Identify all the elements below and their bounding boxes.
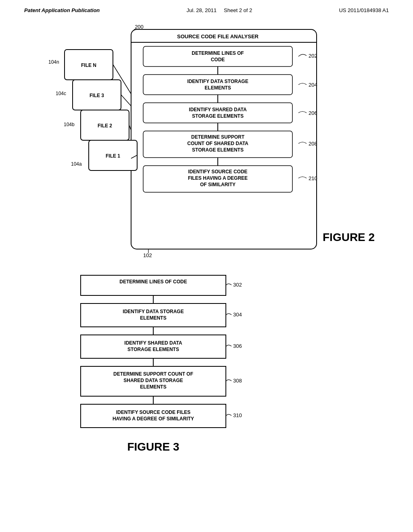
svg-text:310: 310 bbox=[233, 412, 242, 418]
svg-text:OF SIMILARITY: OF SIMILARITY bbox=[200, 182, 236, 187]
svg-text:COUNT OF SHARED DATA: COUNT OF SHARED DATA bbox=[187, 141, 248, 146]
svg-text:CODE: CODE bbox=[211, 57, 225, 62]
svg-text:204: 204 bbox=[309, 82, 317, 88]
svg-text:ELEMENTS: ELEMENTS bbox=[140, 315, 166, 321]
svg-text:ELEMENTS: ELEMENTS bbox=[204, 85, 231, 91]
figure3-area: DETERMINE LINES OF CODE 302 IDENTIFY DAT… bbox=[24, 271, 389, 497]
svg-text:FILE 3: FILE 3 bbox=[90, 93, 104, 98]
svg-text:HAVING A DEGREE OF SIMILARITY: HAVING A DEGREE OF SIMILARITY bbox=[113, 416, 194, 422]
header-date-sheet: Jul. 28, 2011 Sheet 2 of 2 bbox=[187, 7, 252, 13]
svg-text:306: 306 bbox=[233, 343, 242, 349]
header-date: Jul. 28, 2011 bbox=[187, 7, 217, 13]
svg-text:104b: 104b bbox=[64, 122, 75, 127]
svg-line-46 bbox=[121, 95, 131, 106]
svg-text:104a: 104a bbox=[71, 161, 82, 167]
svg-text:308: 308 bbox=[233, 378, 242, 384]
svg-text:DETERMINE SUPPORT COUNT OF: DETERMINE SUPPORT COUNT OF bbox=[113, 371, 193, 377]
svg-text:104n: 104n bbox=[48, 59, 59, 65]
svg-text:FIGURE 2: FIGURE 2 bbox=[323, 231, 375, 243]
svg-text:206: 206 bbox=[309, 110, 317, 116]
header-publication-label: Patent Application Publication bbox=[24, 7, 100, 13]
header-sheet: Sheet 2 of 2 bbox=[224, 7, 252, 13]
svg-text:SHARED DATA STORAGE: SHARED DATA STORAGE bbox=[123, 378, 183, 383]
svg-rect-6 bbox=[143, 103, 292, 123]
svg-text:DETERMINE SUPPORT: DETERMINE SUPPORT bbox=[191, 134, 245, 140]
svg-text:IDENTIFY SHARED  DATA: IDENTIFY SHARED DATA bbox=[189, 107, 247, 112]
svg-text:304: 304 bbox=[233, 312, 242, 318]
svg-text:104c: 104c bbox=[56, 91, 66, 96]
header-patent-number: US 2011/0184938 A1 bbox=[339, 7, 389, 13]
svg-text:302: 302 bbox=[233, 282, 242, 288]
svg-text:ELEMENTS: ELEMENTS bbox=[140, 384, 166, 390]
page: Patent Application Publication Jul. 28, … bbox=[0, 0, 413, 532]
svg-text:102: 102 bbox=[143, 252, 152, 258]
svg-rect-4 bbox=[143, 75, 292, 95]
svg-text:STORAGE ELEMENTS: STORAGE ELEMENTS bbox=[127, 347, 179, 352]
svg-text:DETERMINE LINES OF CODE: DETERMINE LINES OF CODE bbox=[119, 279, 187, 285]
svg-text:IDENTIFY DATA STORAGE: IDENTIFY DATA STORAGE bbox=[187, 79, 248, 84]
figure2-area: 202 204 206 208 210 SOURCE CODE FILE ANA… bbox=[24, 21, 389, 271]
svg-text:210: 210 bbox=[309, 175, 317, 181]
svg-text:DETERMINE LINES OF: DETERMINE LINES OF bbox=[192, 50, 244, 56]
svg-text:FIGURE 3: FIGURE 3 bbox=[127, 441, 179, 453]
svg-text:STORAGE ELEMENTS: STORAGE ELEMENTS bbox=[192, 147, 244, 153]
svg-rect-2 bbox=[143, 46, 292, 66]
figure2-svg: 202 204 206 208 210 SOURCE CODE FILE ANA… bbox=[24, 21, 389, 271]
svg-text:FILE N: FILE N bbox=[81, 62, 96, 68]
svg-text:FILE 2: FILE 2 bbox=[98, 123, 112, 129]
svg-text:STORAGE ELEMENTS: STORAGE ELEMENTS bbox=[192, 113, 244, 119]
svg-text:FILES HAVING A DEGREE: FILES HAVING A DEGREE bbox=[188, 175, 248, 181]
svg-rect-50 bbox=[81, 275, 226, 295]
svg-text:200: 200 bbox=[135, 24, 144, 30]
svg-text:IDENTIFY DATA STORAGE: IDENTIFY DATA STORAGE bbox=[123, 309, 184, 314]
svg-text:FILE 1: FILE 1 bbox=[106, 153, 120, 159]
svg-text:208: 208 bbox=[309, 141, 317, 147]
svg-text:IDENTIFY SHARED DATA: IDENTIFY SHARED DATA bbox=[124, 340, 182, 346]
svg-text:IDENTIFY SOURCE CODE: IDENTIFY SOURCE CODE bbox=[188, 169, 247, 175]
figure3-svg: DETERMINE LINES OF CODE 302 IDENTIFY DAT… bbox=[24, 271, 389, 497]
page-header: Patent Application Publication Jul. 28, … bbox=[0, 0, 413, 17]
svg-text:IDENTIFY SOURCE CODE FILES: IDENTIFY SOURCE CODE FILES bbox=[116, 409, 190, 415]
svg-text:202: 202 bbox=[309, 53, 317, 59]
svg-text:SOURCE CODE FILE ANALYSER: SOURCE CODE FILE ANALYSER bbox=[177, 33, 259, 39]
